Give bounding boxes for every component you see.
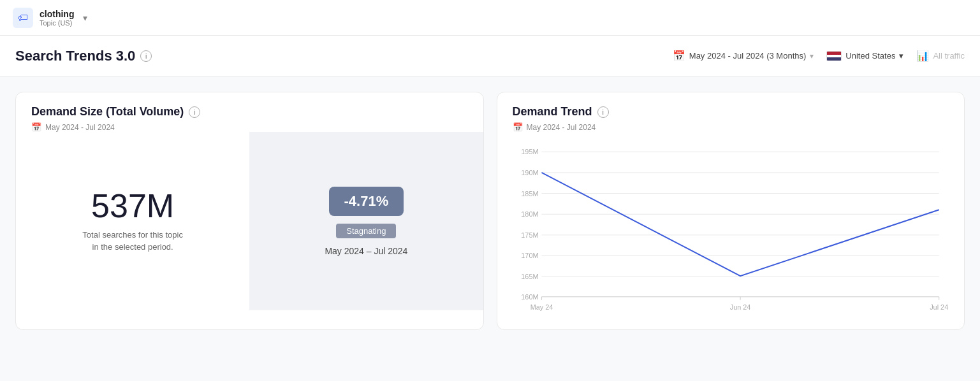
- page-title: Search Trends 3.0 i: [15, 48, 152, 64]
- demand-trend-info-icon[interactable]: i: [597, 106, 609, 118]
- header-bar: Search Trends 3.0 i 📅 May 2024 - Jul 202…: [0, 36, 980, 76]
- top-bar: 🏷 clothing Topic (US) ▾: [0, 0, 980, 36]
- country-chevron-icon: ▾: [899, 51, 903, 61]
- svg-text:Jun 24: Jun 24: [729, 303, 750, 311]
- demand-trend-date: 📅 May 2024 - Jul 2024: [513, 122, 949, 132]
- demand-size-body: 537M Total searches for this topic in th…: [16, 132, 483, 310]
- country-picker[interactable]: United States ▾: [826, 51, 903, 61]
- demand-trend-card: Demand Trend i 📅 May 2024 - Jul 2024 195…: [497, 92, 965, 330]
- demand-label-line2: in the selected period.: [92, 242, 173, 252]
- demand-size-date-text: May 2024 - Jul 2024: [45, 123, 115, 132]
- stagnating-badge: Stagnating: [336, 224, 396, 238]
- trend-line: [541, 173, 939, 276]
- svg-text:165M: 165M: [521, 273, 538, 280]
- traffic-icon: 📊: [916, 50, 929, 62]
- demand-size-header: Demand Size (Total Volume) i 📅 May 2024 …: [16, 92, 483, 132]
- topic-dropdown-button[interactable]: ▾: [80, 11, 90, 24]
- demand-label-line1: Total searches for this topic: [82, 230, 183, 240]
- demand-trend-date-text: May 2024 - Jul 2024: [527, 123, 596, 132]
- demand-size-date: 📅 May 2024 - Jul 2024: [31, 122, 468, 132]
- svg-text:170M: 170M: [521, 252, 538, 259]
- calendar-icon: 📅: [673, 50, 685, 62]
- trend-chart-svg: 195M 190M 185M 180M 175M 170M: [510, 138, 952, 317]
- title-info-icon[interactable]: i: [140, 50, 152, 62]
- svg-text:Jul 24: Jul 24: [930, 303, 948, 311]
- main-content: Demand Size (Total Volume) i 📅 May 2024 …: [0, 76, 980, 345]
- svg-text:195M: 195M: [521, 148, 538, 155]
- svg-text:160M: 160M: [521, 293, 538, 301]
- demand-trend-header: Demand Trend i 📅 May 2024 - Jul 2024: [497, 92, 965, 132]
- svg-text:180M: 180M: [521, 210, 538, 218]
- traffic-label: All traffic: [933, 51, 965, 61]
- change-pct-text: -4.71%: [344, 193, 389, 209]
- demand-total: 537M: [91, 189, 174, 222]
- demand-size-card: Demand Size (Total Volume) i 📅 May 2024 …: [15, 92, 484, 330]
- demand-size-left: 537M Total searches for this topic in th…: [16, 132, 249, 310]
- svg-text:May 24: May 24: [530, 303, 553, 311]
- topic-label: clothing Topic (US): [40, 9, 74, 27]
- demand-size-right: -4.71% Stagnating May 2024 – Jul 2024: [249, 132, 483, 310]
- topic-name: clothing: [40, 9, 74, 19]
- date-picker[interactable]: 📅 May 2024 - Jul 2024 (3 Months) ▾: [673, 50, 814, 62]
- demand-size-title: Demand Size (Total Volume) i: [31, 105, 468, 119]
- change-percentage-badge: -4.71%: [329, 187, 404, 216]
- country-label: United States: [845, 51, 895, 61]
- date-chevron-icon: ▾: [810, 52, 814, 61]
- demand-trend-cal-icon: 📅: [513, 122, 523, 132]
- demand-size-title-text: Demand Size (Total Volume): [31, 105, 184, 119]
- header-controls: 📅 May 2024 - Jul 2024 (3 Months) ▾ Unite…: [673, 50, 965, 62]
- demand-trend-title: Demand Trend i: [513, 105, 949, 119]
- svg-text:185M: 185M: [521, 190, 538, 198]
- svg-text:190M: 190M: [521, 169, 538, 176]
- demand-size-info-icon[interactable]: i: [189, 106, 200, 118]
- demand-size-cal-icon: 📅: [31, 122, 41, 132]
- us-flag-icon: [826, 51, 842, 61]
- page-title-text: Search Trends 3.0: [15, 48, 135, 64]
- demand-description: Total searches for this topic in the sel…: [82, 229, 183, 254]
- change-period: May 2024 – Jul 2024: [325, 246, 407, 256]
- demand-trend-title-text: Demand Trend: [513, 105, 592, 119]
- demand-trend-chart: 195M 190M 185M 180M 175M 170M: [510, 138, 952, 317]
- topic-icon: 🏷: [13, 8, 33, 28]
- svg-text:175M: 175M: [521, 231, 538, 239]
- topic-sub: Topic (US): [40, 19, 74, 27]
- date-range-label: May 2024 - Jul 2024 (3 Months): [689, 51, 807, 61]
- traffic-selector[interactable]: 📊 All traffic: [916, 50, 965, 62]
- demand-trend-body: 195M 190M 185M 180M 175M 170M: [497, 132, 965, 329]
